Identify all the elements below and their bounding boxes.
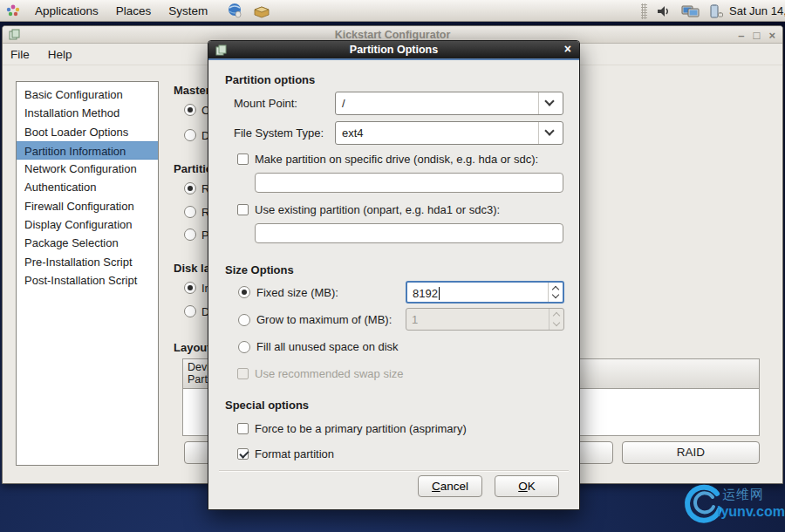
sidebar-item-post-installation-script[interactable]: Post-Installation Script — [17, 271, 158, 290]
config-section-list: Basic Configuration Installation Method … — [16, 81, 159, 466]
sidebar-item-installation-method[interactable]: Installation Method — [17, 104, 158, 122]
fs-type-value: ext4 — [342, 126, 364, 140]
spin-down-icon — [553, 319, 560, 326]
disklabel-radio-2[interactable] — [184, 305, 196, 317]
fixed-size-label: Fixed size (MB): — [256, 286, 338, 299]
watermark-cn-text: 运维网 — [722, 487, 764, 503]
web-browser-icon[interactable] — [227, 3, 244, 18]
asprimary-checkbox[interactable] — [237, 423, 249, 434]
sidebar-item-partition-information[interactable]: Partition Information — [17, 141, 158, 160]
fixed-size-value: 8192 — [413, 287, 438, 300]
fixed-size-spin-buttons[interactable] — [548, 283, 563, 302]
cancel-button-label: Cancel — [419, 476, 481, 496]
sidebar-item-package-selection[interactable]: Package Selection — [17, 234, 158, 252]
partition-options-dialog: Partition Options × Partition options Mo… — [208, 40, 580, 510]
mount-point-label: Mount Point: — [234, 97, 297, 110]
sidebar-item-network-configuration[interactable]: Network Configuration — [17, 160, 158, 178]
partition-options-heading: Partition options — [225, 73, 315, 86]
distro-logo-icon[interactable] — [4, 3, 22, 18]
raid-button[interactable]: RAID — [622, 441, 760, 464]
spin-down-icon — [552, 291, 559, 298]
swap-recommended-checkbox — [237, 368, 249, 379]
minimize-icon[interactable]: – — [738, 29, 744, 42]
format-partition-checkbox[interactable] — [237, 448, 249, 460]
panel-clock[interactable]: Sat Jun 14, 2 — [729, 4, 785, 17]
asprimary-label: Force to be a primary partition (asprima… — [255, 422, 467, 435]
master-radio-2[interactable] — [184, 129, 196, 141]
grow-max-label: Grow to maximum of (MB): — [256, 313, 392, 326]
master-radio-1[interactable] — [184, 104, 196, 116]
sidebar-item-firewall-configuration[interactable]: Firewall Configuration — [17, 197, 158, 215]
fs-type-dropdown-button[interactable] — [538, 122, 563, 144]
cancel-button[interactable]: Cancel — [418, 475, 482, 497]
menu-system[interactable]: System — [160, 4, 216, 17]
onpart-input[interactable] — [255, 223, 563, 243]
ok-button-label: OK — [495, 476, 558, 496]
ondisk-checkbox[interactable] — [237, 153, 249, 165]
iyunv-watermark: 运维网 iyunv.com — [682, 480, 783, 530]
chevron-down-icon — [544, 126, 554, 135]
close-icon[interactable]: × — [768, 29, 775, 42]
fixed-size-radio[interactable] — [238, 286, 250, 298]
panel-grip-handle[interactable] — [641, 3, 647, 19]
disklabel-radio-1[interactable] — [184, 282, 196, 294]
format-partition-label: Format partition — [255, 447, 334, 460]
mount-point-value: / — [342, 97, 345, 110]
volume-icon[interactable] — [655, 3, 672, 19]
sidebar-item-pre-installation-script[interactable]: Pre-Installation Script — [17, 253, 158, 271]
fill-unused-label: Fill all unused space on disk — [256, 340, 399, 353]
onpart-label: Use existing partition (onpart, e.g. hda… — [255, 203, 500, 216]
fixed-size-spinbox[interactable]: 8192 — [406, 281, 564, 304]
power-battery-icon[interactable] — [707, 3, 725, 19]
chevron-down-icon — [544, 96, 554, 106]
fs-type-label: File System Type: — [234, 126, 324, 140]
grow-max-radio[interactable] — [238, 314, 250, 326]
watermark-site-text: iyunv.com — [717, 504, 785, 520]
network-displays-icon[interactable] — [681, 3, 699, 19]
menu-applications[interactable]: Applications — [26, 4, 107, 17]
fill-unused-radio[interactable] — [238, 341, 250, 353]
menu-file[interactable]: File — [3, 48, 40, 61]
fs-type-combo[interactable]: ext4 — [335, 121, 563, 145]
ondisk-label: Make partition on specific drive (ondisk… — [255, 153, 538, 166]
partitions-radio-1[interactable] — [184, 182, 196, 194]
special-options-heading: Special options — [225, 399, 309, 412]
sidebar-item-authentication[interactable]: Authentication — [17, 178, 158, 196]
menu-places[interactable]: Places — [107, 4, 160, 17]
menu-help[interactable]: Help — [40, 48, 83, 61]
section-layout: Layout — [174, 341, 211, 354]
sidebar-item-display-configuration[interactable]: Display Configuration — [17, 215, 158, 234]
onpart-checkbox[interactable] — [237, 204, 249, 215]
dialog-titlebar[interactable]: Partition Options × — [208, 41, 579, 60]
dialog-title: Partition Options — [208, 44, 579, 56]
sidebar-item-boot-loader-options[interactable]: Boot Loader Options — [17, 123, 158, 141]
maximize-icon[interactable]: □ — [754, 29, 761, 42]
ok-button[interactable]: OK — [495, 475, 559, 497]
partitions-radio-3[interactable] — [184, 228, 196, 241]
section-disk-label: Disk la — [174, 262, 210, 275]
swap-recommended-label: Use recommended swap size — [255, 367, 404, 380]
button-separator — [219, 470, 569, 472]
partitions-radio-2[interactable] — [184, 206, 196, 218]
dialog-close-icon[interactable]: × — [564, 42, 571, 56]
top-panel: Applications Places System Sat Jun 14, 2 — [0, 0, 785, 22]
package-icon[interactable] — [253, 3, 270, 18]
window-title: Kickstart Configurator — [3, 29, 782, 41]
sidebar-item-basic-configuration[interactable]: Basic Configuration — [17, 85, 158, 104]
grow-max-value: 1 — [412, 313, 418, 326]
mount-point-combo[interactable]: / — [335, 92, 563, 115]
ondisk-input[interactable] — [255, 173, 563, 193]
grow-max-spin-buttons — [549, 309, 563, 330]
window-app-icon — [9, 29, 20, 43]
size-options-heading: Size Options — [225, 263, 294, 276]
mount-point-dropdown-button[interactable] — [538, 92, 563, 114]
section-master-boot-record: Master — [174, 84, 210, 97]
dialog-app-icon — [215, 44, 227, 58]
grow-max-spinbox: 1 — [406, 308, 564, 331]
text-caret — [439, 287, 440, 300]
